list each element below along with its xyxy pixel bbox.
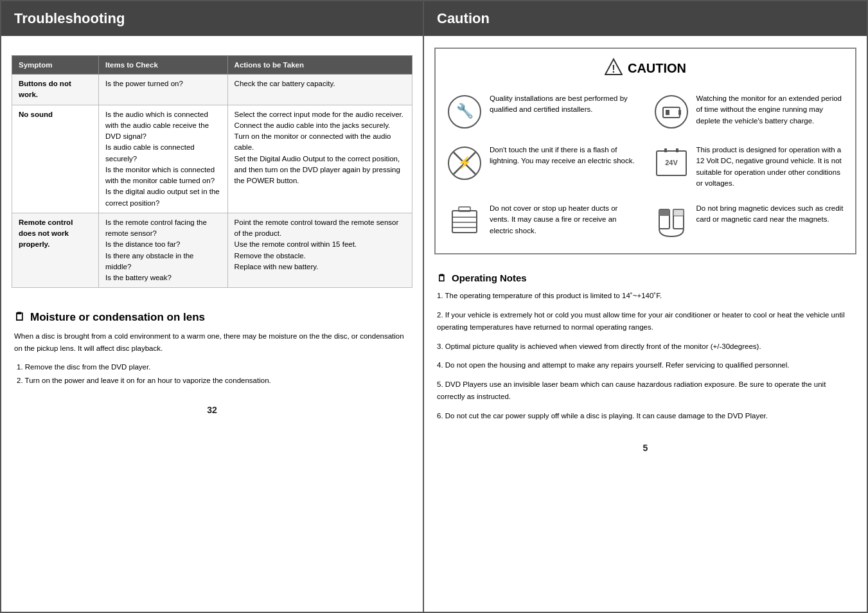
col-symptom: Symptom bbox=[12, 56, 99, 75]
col-items: Items to Check bbox=[99, 56, 228, 75]
battery-icon bbox=[653, 93, 690, 130]
note-icon: 🗒 bbox=[14, 311, 25, 324]
op-list-item: 1. The operating temperature of this pro… bbox=[437, 290, 854, 303]
check-cell: Is the audio which is connected with the… bbox=[99, 105, 228, 213]
svg-text:⚡: ⚡ bbox=[457, 155, 472, 170]
caution-title-row: ! CAUTION bbox=[442, 58, 849, 79]
action-cell: Check the car battery capacity. bbox=[227, 75, 412, 105]
caution-title-text: CAUTION bbox=[628, 61, 686, 76]
caution-text-lightning: Don't touch the unit if there is a flash… bbox=[490, 145, 639, 167]
op-list-item: 5. DVD Players use an invisible laser be… bbox=[437, 378, 854, 404]
voltage-icon: 24V bbox=[653, 145, 690, 182]
svg-rect-5 bbox=[663, 107, 680, 118]
moisture-steps: 1. Remove the disc from the DVD player.2… bbox=[14, 360, 410, 387]
caution-item-quality: 🔧 Quality installations are best perform… bbox=[442, 89, 642, 134]
table-row: Remote control does not work properly.Is… bbox=[12, 213, 412, 288]
caution-item-heater: Do not cover or stop up heater ducts or … bbox=[442, 199, 642, 244]
svg-point-4 bbox=[655, 96, 687, 128]
check-cell: Is the remote control facing the remote … bbox=[99, 213, 228, 288]
caution-text-quality: Quality installations are best performed… bbox=[490, 93, 639, 116]
op-list-item: 6. Do not cut the car power supply off w… bbox=[437, 410, 854, 423]
op-list-item: 2. If your vehicle is extremely hot or c… bbox=[437, 309, 854, 334]
moisture-section: 🗒 Moisture or condensation on lens When … bbox=[1, 301, 423, 397]
svg-text:24V: 24V bbox=[665, 159, 678, 166]
left-page-number: 32 bbox=[1, 397, 423, 423]
right-panel: Caution ! CAUTION 🔧 Quality installation… bbox=[424, 0, 868, 613]
svg-rect-23 bbox=[659, 209, 669, 216]
svg-rect-6 bbox=[678, 110, 681, 115]
table-row: Buttons do not work.Is the power turned … bbox=[12, 75, 412, 105]
svg-rect-15 bbox=[676, 148, 678, 152]
left-panel: Troubleshooting Symptom Items to Check A… bbox=[0, 0, 424, 613]
svg-text:🔧: 🔧 bbox=[456, 102, 474, 120]
svg-rect-14 bbox=[664, 148, 667, 152]
caution-warning-icon: ! bbox=[605, 58, 623, 79]
symptom-cell: Remote control does not work properly. bbox=[12, 213, 99, 288]
caution-text-heater: Do not cover or stop up heater ducts or … bbox=[490, 203, 639, 236]
op-list: 1. The operating temperature of this pro… bbox=[437, 290, 854, 422]
magnet-icon bbox=[653, 203, 690, 240]
caution-item-lightning: ⚡ Don't touch the unit if there is a fla… bbox=[442, 141, 642, 193]
op-list-item: 3. Optimal picture quality is achieved w… bbox=[437, 341, 854, 353]
moisture-title: 🗒 Moisture or condensation on lens bbox=[14, 311, 410, 324]
action-cell: Point the remote control toward the remo… bbox=[227, 213, 412, 288]
action-cell: Select the correct input mode for the au… bbox=[227, 105, 412, 213]
op-title: 🗒 Operating Notes bbox=[437, 272, 854, 283]
caution-item-voltage: 24V This product is designed for operati… bbox=[649, 141, 849, 193]
lightning-icon: ⚡ bbox=[446, 145, 483, 182]
operating-notes: 🗒 Operating Notes 1. The operating tempe… bbox=[424, 266, 867, 435]
op-note-icon: 🗒 bbox=[437, 272, 447, 283]
svg-rect-16 bbox=[452, 211, 477, 233]
caution-box: ! CAUTION 🔧 Quality installations are be… bbox=[434, 48, 856, 254]
svg-text:!: ! bbox=[612, 64, 615, 75]
table-row: No soundIs the audio which is connected … bbox=[12, 105, 412, 213]
svg-rect-24 bbox=[673, 209, 684, 216]
moisture-step: 1. Remove the disc from the DVD player. bbox=[17, 360, 410, 374]
troubleshooting-header: Troubleshooting bbox=[1, 1, 423, 36]
right-page-number: 5 bbox=[424, 435, 867, 461]
installer-icon: 🔧 bbox=[446, 93, 483, 130]
caution-text-battery: Watching the monitor for an extended per… bbox=[696, 93, 846, 127]
check-cell: Is the power turned on? bbox=[99, 75, 228, 105]
moisture-step: 2. Turn on the power and leave it on for… bbox=[17, 374, 410, 387]
caution-header: Caution bbox=[424, 1, 867, 36]
caution-item-magnet: Do not bring magnetic devices such as cr… bbox=[649, 199, 849, 244]
col-actions: Actions to be Taken bbox=[227, 56, 412, 75]
heater-icon bbox=[446, 203, 483, 240]
svg-rect-7 bbox=[666, 110, 669, 115]
op-list-item: 4. Do not open the housing and attempt t… bbox=[437, 359, 854, 372]
moisture-body: When a disc is brought from a cold envir… bbox=[14, 330, 410, 354]
caution-grid: 🔧 Quality installations are best perform… bbox=[442, 89, 849, 244]
troubleshooting-table: Symptom Items to Check Actions to be Tak… bbox=[12, 55, 412, 288]
symptom-cell: No sound bbox=[12, 105, 99, 213]
symptom-cell: Buttons do not work. bbox=[12, 75, 99, 105]
caution-text-magnet: Do not bring magnetic devices such as cr… bbox=[696, 203, 846, 226]
caution-text-voltage: This product is designed for operation w… bbox=[696, 145, 846, 189]
caution-item-battery: Watching the monitor for an extended per… bbox=[649, 89, 849, 134]
